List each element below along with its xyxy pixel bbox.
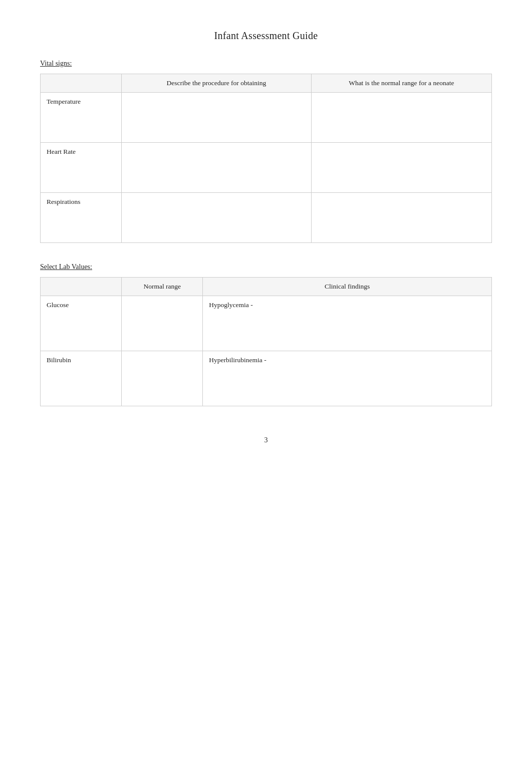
vital-signs-table: Describe the procedure for obtaining Wha… [40,74,492,243]
vital-row3-procedure [122,193,311,243]
lab-values-section: Select Lab Values: Normal range Clinical… [40,263,492,406]
lab-row1-normal [122,296,203,351]
page-number: 3 [40,436,492,444]
vital-row2-normal [311,143,491,193]
lab-header-col3: Clinical findings [203,278,492,296]
vital-row2-label: Heart Rate [41,143,122,193]
table-row: Heart Rate [41,143,492,193]
vital-header-col1 [41,74,122,93]
vital-signs-section: Vital signs: Describe the procedure for … [40,60,492,243]
lab-header-col1 [41,278,122,296]
vital-row1-normal [311,93,491,143]
lab-row1-clinical: Hypoglycemia - [203,296,492,351]
vital-signs-header-row: Describe the procedure for obtaining Wha… [41,74,492,93]
table-row: Temperature [41,93,492,143]
table-row: Bilirubin Hyperbilirubinemia - [41,351,492,406]
vital-row1-procedure [122,93,311,143]
lab-row2-clinical: Hyperbilirubinemia - [203,351,492,406]
lab-row2-normal [122,351,203,406]
lab-row2-label: Bilirubin [41,351,122,406]
table-row: Respirations [41,193,492,243]
page-title: Infant Assessment Guide [40,30,492,42]
lab-header-row: Normal range Clinical findings [41,278,492,296]
lab-row1-label: Glucose [41,296,122,351]
lab-values-label: Select Lab Values: [40,263,492,271]
vital-row3-label: Respirations [41,193,122,243]
table-row: Glucose Hypoglycemia - [41,296,492,351]
lab-values-table: Normal range Clinical findings Glucose H… [40,277,492,406]
vital-header-col2: Describe the procedure for obtaining [122,74,311,93]
vital-signs-label: Vital signs: [40,60,492,68]
vital-row1-label: Temperature [41,93,122,143]
vital-header-col3: What is the normal range for a neonate [311,74,491,93]
lab-header-col2: Normal range [122,278,203,296]
vital-row2-procedure [122,143,311,193]
vital-row3-normal [311,193,491,243]
